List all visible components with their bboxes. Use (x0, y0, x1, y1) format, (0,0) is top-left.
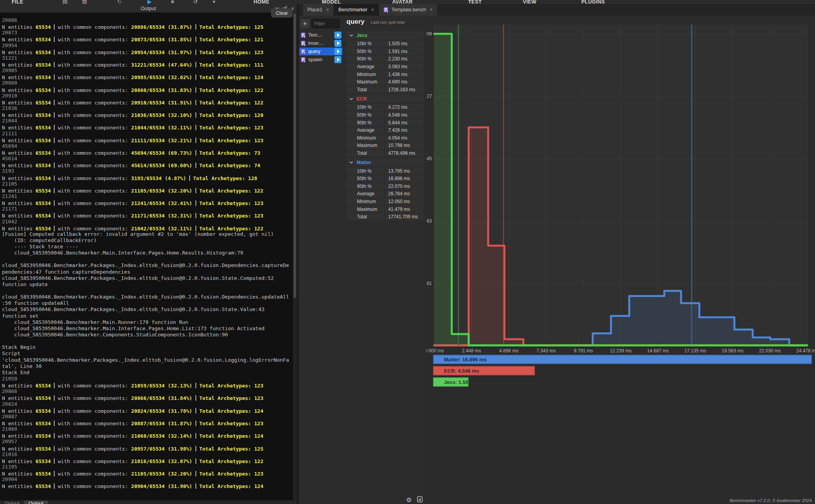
run-benchmark-button[interactable] (334, 56, 341, 63)
section-name: Jecs (357, 33, 368, 38)
section-header-matter[interactable]: Matter (346, 158, 424, 166)
benchmark-item-query[interactable]: query (299, 48, 343, 55)
play-icon (337, 58, 340, 62)
stat-label: 50th % (346, 111, 384, 119)
console-line: 21111 (2, 131, 297, 137)
console-line: N entities 65534with common components: … (2, 87, 297, 93)
console-line: 20910 (2, 93, 297, 99)
benchmarker-body: + Tem…inser…queryspawn ⚙ query Last run:… (299, 16, 815, 504)
y-tick-label: 545 (426, 156, 432, 161)
benchmark-item-inser[interactable]: inser… (299, 39, 343, 47)
console-line: N entities 65534with common components: … (2, 49, 297, 55)
console-line: Stack Begin (2, 344, 297, 350)
stat-label: Total (346, 150, 384, 157)
console-line: N entities 65534with common components: … (2, 74, 297, 80)
dock-tab-strip: Output Output (0, 500, 297, 504)
menu-test[interactable]: TEST (468, 0, 482, 4)
stat-label: 10th % (346, 167, 384, 175)
stat-value: 3.063 ms (384, 63, 424, 71)
stat-value: 1.591 ms (384, 48, 424, 55)
console-line: function set (2, 313, 297, 319)
document-tabbar: Place1×Benchmarker×Template.bench× (299, 4, 815, 16)
stat-row-ecr-1: 50th %4.548 ms (346, 111, 424, 119)
stop-icon[interactable]: ■ (171, 0, 174, 4)
dock-tab-output-active[interactable]: Output (24, 500, 48, 504)
stat-label: 10th % (346, 104, 384, 111)
console-line: N entities 65534with common components: … (2, 149, 297, 156)
console-line: cloud_5853950046.Benchmarker.Packages._I… (2, 275, 297, 281)
console-line: cloud_5853950046.Benchmarker.Packages._I… (2, 294, 297, 300)
stat-value: 1.505 ms (384, 40, 424, 48)
tab-close-icon[interactable]: × (326, 7, 329, 12)
chevron-down-icon (350, 161, 353, 164)
stat-row-ecr-3: Average7.426 ms (346, 126, 424, 134)
section-header-ecr[interactable]: ECR (346, 95, 424, 103)
stat-label: Minimum (346, 198, 384, 205)
console-line: cloud_5853950046.Benchmarker.Main.Interf… (2, 250, 297, 256)
undo-icon[interactable]: ↺ (193, 0, 198, 4)
benchmark-item-spawn[interactable]: spawn (299, 56, 343, 64)
stat-value: 41.479 ms (384, 205, 424, 213)
stat-label: Average (346, 63, 384, 71)
tab-place1[interactable]: Place1× (303, 4, 333, 16)
menu-view[interactable]: VIEW (523, 0, 536, 4)
benchmark-item-Tem[interactable]: Tem… (299, 31, 343, 39)
legend-ecr[interactable]: ECR: 4.548 ms (433, 366, 535, 375)
stat-label: 90th % (346, 119, 384, 126)
console-line: 20887 (2, 414, 297, 420)
console-line: N entities 65534with common components: … (2, 470, 297, 476)
tab-close-icon[interactable]: × (371, 7, 374, 12)
tab-template-bench[interactable]: Template.bench× (379, 4, 437, 16)
section-name: ECR (357, 96, 367, 102)
stat-row-jecs-0: 10th %1.505 ms (346, 40, 424, 48)
console-line: 20824 (2, 401, 297, 407)
stat-label: 50th % (346, 48, 384, 55)
script-icon (301, 41, 306, 46)
menu-home[interactable]: HOME (254, 0, 270, 4)
console-line: tal', Line 30 (2, 363, 297, 370)
legend-matter[interactable]: Matter: 16.896 ms (433, 355, 812, 364)
menu-avatar[interactable]: AVATAR (392, 0, 413, 4)
menu-plugins[interactable]: PLUGINS (581, 0, 605, 4)
stat-row-ecr-6: Total4778.496 ms (346, 149, 424, 157)
output-console[interactable]: 20886N entities 65534with common compone… (0, 12, 297, 504)
tab-benchmarker[interactable]: Benchmarker× (334, 4, 378, 16)
script-icon (384, 7, 389, 13)
stat-value: 1726.163 ms (384, 86, 424, 94)
console-line: [Fusion] Computed callback error: invali… (2, 231, 297, 237)
chevron-down-icon (350, 98, 353, 100)
filter-input[interactable] (311, 19, 340, 28)
menu-model[interactable]: MODEL (322, 0, 341, 4)
menu-file[interactable]: FILE (12, 0, 23, 4)
run-benchmark-button[interactable] (334, 48, 341, 55)
run-benchmark-button[interactable] (334, 32, 341, 39)
save-icon[interactable]: ▥ (82, 0, 87, 4)
console-line: N entities 65534with common components: … (2, 99, 297, 105)
tab-close-icon[interactable]: × (430, 7, 433, 12)
console-line: N entities 65534with common components: … (2, 36, 297, 42)
caret-down-icon[interactable]: ▾ (213, 0, 215, 4)
legend-jecs[interactable]: Jecs: 1.591… (433, 377, 469, 387)
stat-value: 12.050 ms (384, 198, 424, 205)
paste-icon[interactable]: ▤ (62, 0, 67, 4)
stat-label: Minimum (346, 134, 384, 142)
x-tick-label: 2.448 ms (462, 348, 481, 354)
add-benchmark-button[interactable]: + (300, 19, 310, 28)
console-line: cloud_5853950046.Benchmarker.Packages._I… (2, 262, 297, 269)
redo-icon[interactable]: ↻ (117, 0, 122, 4)
stats-sections: Jecs10th %1.505 ms50th %1.591 ms90th %2.… (346, 31, 424, 222)
console-line: cloud_5853950046.Benchmarker.Components.… (2, 332, 297, 338)
run-benchmark-button[interactable] (334, 40, 341, 47)
console-line: (ID: computedCallbackError) (2, 237, 297, 244)
console-line: N entities 65534with common components: … (2, 124, 297, 130)
report-icon[interactable] (417, 496, 423, 502)
clear-button[interactable]: Clear (271, 9, 293, 18)
settings-gear-icon[interactable]: ⚙ (406, 496, 412, 504)
section-header-jecs[interactable]: Jecs (346, 31, 424, 39)
console-line: 21171 (2, 206, 297, 212)
dock-tab-output[interactable]: Output (0, 500, 24, 504)
play-icon[interactable]: ▶ (147, 0, 152, 4)
console-line: N entities 65534with common components: … (2, 187, 297, 193)
output-scrollbar[interactable] (293, 12, 297, 504)
console-line (2, 256, 297, 262)
